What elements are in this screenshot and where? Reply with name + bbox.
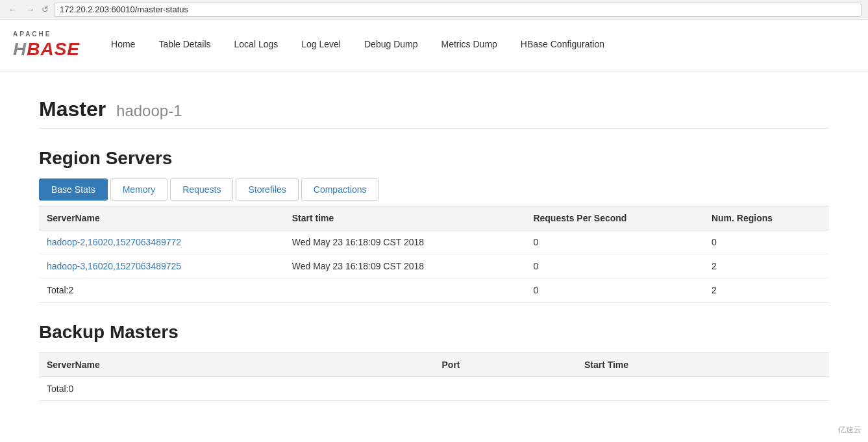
- tab-memory[interactable]: Memory: [110, 178, 168, 201]
- backup-masters-section: Backup Masters ServerName Port Start Tim…: [39, 322, 829, 401]
- col-requests-per-second: Requests Per Second: [525, 206, 703, 230]
- region-servers-title: Region Servers: [39, 148, 829, 169]
- table-row: hadoop-2,16020,1527063489772 Wed May 23 …: [39, 230, 829, 254]
- region-servers-tabs: Base Stats Memory Requests Storefiles Co…: [39, 178, 829, 201]
- logo-hbase-text: HBASE: [13, 39, 80, 59]
- nav-debug-dump[interactable]: Debug Dump: [353, 19, 430, 71]
- server-name-cell-2: hadoop-3,16020,1527063489725: [39, 254, 284, 278]
- refresh-button[interactable]: ↺: [42, 5, 49, 14]
- start-time-cell-1: Wed May 23 16:18:09 CST 2018: [284, 230, 526, 254]
- regions-cell-2: 2: [704, 254, 829, 278]
- url-bar[interactable]: 172.20.2.203:60010/master-status: [54, 3, 862, 17]
- tab-storefiles[interactable]: Storefiles: [236, 178, 298, 201]
- nav-links: Home Table Details Local Logs Log Level …: [99, 19, 616, 71]
- back-button[interactable]: ←: [6, 5, 19, 14]
- server-name-cell-1: hadoop-2,16020,1527063489772: [39, 230, 284, 254]
- regions-cell-1: 0: [704, 230, 829, 254]
- browser-chrome: ← → ↺ 172.20.2.203:60010/master-status: [0, 0, 868, 19]
- backup-masters-table: ServerName Port Start Time Total:0: [39, 352, 829, 401]
- region-servers-table: ServerName Start time Requests Per Secon…: [39, 206, 829, 302]
- logo: APACHE HBASE: [13, 31, 80, 60]
- bm-total-start-time: [577, 377, 829, 401]
- logo-apache-text: APACHE: [13, 31, 80, 38]
- total-requests: 0: [525, 278, 703, 302]
- total-label: Total:2: [39, 278, 284, 302]
- col-num-regions: Num. Regions: [704, 206, 829, 230]
- navbar: APACHE HBASE Home Table Details Local Lo…: [0, 19, 868, 71]
- bm-col-start-time: Start Time: [577, 353, 829, 377]
- main-content: Master hadoop-1 Region Servers Base Stat…: [0, 71, 868, 414]
- backup-masters-total-row: Total:0: [39, 377, 829, 401]
- server-link-1[interactable]: hadoop-2,16020,1527063489772: [47, 237, 181, 247]
- tab-compactions[interactable]: Compactions: [301, 178, 379, 201]
- nav-hbase-configuration[interactable]: HBase Configuration: [509, 19, 616, 71]
- forward-button[interactable]: →: [24, 5, 36, 14]
- nav-log-level[interactable]: Log Level: [290, 19, 353, 71]
- start-time-cell-2: Wed May 23 16:18:09 CST 2018: [284, 254, 526, 278]
- bm-total-label: Total:0: [39, 377, 434, 401]
- tab-requests[interactable]: Requests: [170, 178, 233, 201]
- col-server-name: ServerName: [39, 206, 284, 230]
- col-start-time: Start time: [284, 206, 526, 230]
- master-section: Master hadoop-1: [39, 84, 829, 129]
- nav-metrics-dump[interactable]: Metrics Dump: [429, 19, 508, 71]
- nav-home[interactable]: Home: [99, 19, 147, 71]
- region-servers-section: Region Servers Base Stats Memory Request…: [39, 148, 829, 302]
- bm-col-server-name: ServerName: [39, 353, 434, 377]
- master-title: Master: [39, 97, 106, 121]
- table-row: hadoop-3,16020,1527063489725 Wed May 23 …: [39, 254, 829, 278]
- nav-local-logs[interactable]: Local Logs: [223, 19, 290, 71]
- total-start-time: [284, 278, 526, 302]
- bm-total-port: [434, 377, 577, 401]
- requests-cell-2: 0: [525, 254, 703, 278]
- total-regions: 2: [704, 278, 829, 302]
- requests-cell-1: 0: [525, 230, 703, 254]
- logo-h-letter: H: [13, 39, 27, 59]
- backup-masters-title: Backup Masters: [39, 322, 829, 343]
- server-link-2[interactable]: hadoop-3,16020,1527063489725: [47, 261, 181, 271]
- tab-base-stats[interactable]: Base Stats: [39, 178, 108, 201]
- nav-table-details[interactable]: Table Details: [147, 19, 222, 71]
- bm-col-port: Port: [434, 353, 577, 377]
- region-servers-total-row: Total:2 0 2: [39, 278, 829, 302]
- master-hostname: hadoop-1: [116, 102, 182, 119]
